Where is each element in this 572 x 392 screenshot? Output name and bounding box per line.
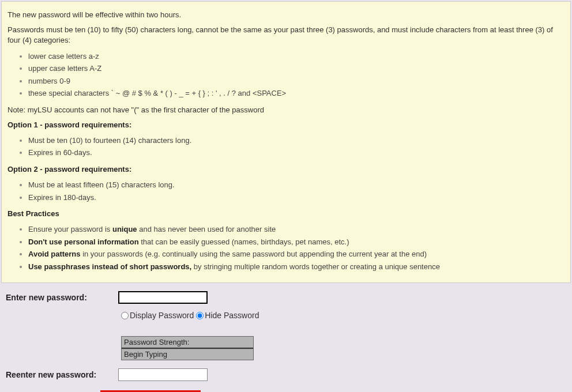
- password-form: Enter new password: Display Password Hid…: [0, 283, 572, 392]
- best-practice-item: Use passphrases instead of short passwor…: [28, 261, 565, 273]
- option2-list: Must be at least fifteen (15) characters…: [7, 179, 565, 203]
- option1-item: Expires in 60-days.: [28, 147, 565, 159]
- option2-item: Expires in 180-days.: [28, 192, 565, 203]
- password-strength-title: Password Strength:: [122, 337, 253, 349]
- option2-heading: Option 2 - password requirements:: [7, 164, 565, 175]
- option1-list: Must be ten (10) to fourteen (14) charac…: [7, 135, 565, 159]
- display-password-radio[interactable]: [121, 312, 129, 319]
- option1-heading: Option 1 - password requirements:: [7, 120, 565, 130]
- password-info-box: The new password will be effective withi…: [1, 1, 571, 283]
- best-practices-list: Ensure your password is unique and has n…: [7, 224, 565, 272]
- best-practice-item: Ensure your password is unique and has n…: [28, 224, 565, 235]
- rules-intro: Passwords must be ten (10) to fifty (50)…: [7, 25, 565, 46]
- reenter-password-input[interactable]: [118, 368, 208, 381]
- option2-item: Must be at least fifteen (15) characters…: [28, 179, 565, 191]
- visibility-radio-group: Display Password Hide Password: [121, 311, 566, 320]
- effective-note: The new password will be effective withi…: [7, 10, 565, 20]
- hide-password-label: Hide Password: [205, 311, 259, 320]
- category-item: lower case letters a-z: [28, 51, 565, 62]
- enter-password-row: Enter new password:: [6, 291, 566, 304]
- enter-password-label: Enter new password:: [6, 293, 118, 302]
- reenter-password-row: Reenter new password:: [6, 368, 566, 381]
- mylsu-note: Note: myLSU accounts can not have "(" as…: [7, 105, 565, 115]
- password-strength-status: Begin Typing: [122, 349, 253, 360]
- password-strength-box: Password Strength: Begin Typing: [121, 336, 254, 360]
- option1-item: Must be ten (10) to fourteen (14) charac…: [28, 135, 565, 146]
- category-item: numbers 0-9: [28, 76, 565, 87]
- reenter-password-label: Reenter new password:: [6, 370, 118, 379]
- enter-password-input[interactable]: [118, 291, 208, 304]
- hide-password-radio[interactable]: [196, 312, 204, 319]
- best-practice-item: Avoid patterns in your passwords (e.g. c…: [28, 248, 565, 260]
- display-password-label: Display Password: [130, 311, 194, 320]
- category-item: upper case letters A-Z: [28, 63, 565, 74]
- best-practice-item: Don't use personal information that can …: [28, 236, 565, 248]
- category-list: lower case letters a-z upper case letter…: [7, 51, 565, 99]
- category-item: these special characters ` ~ @ # $ % & *…: [28, 88, 565, 99]
- best-practices-heading: Best Practices: [7, 209, 565, 219]
